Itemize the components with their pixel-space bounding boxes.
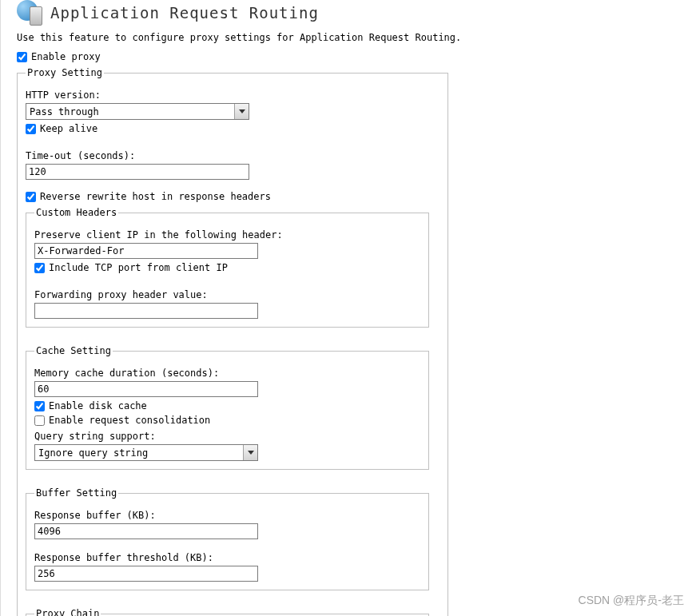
buffer-setting-legend: Buffer Setting — [34, 487, 118, 499]
http-version-select[interactable]: Pass through — [26, 103, 249, 120]
enable-disk-cache-checkbox[interactable]: Enable disk cache — [34, 400, 420, 411]
chevron-down-icon — [239, 109, 245, 113]
enable-proxy-input[interactable] — [17, 52, 27, 62]
http-version-value: Pass through — [26, 104, 234, 119]
proxy-setting-group: Proxy Setting HTTP version: Pass through… — [17, 67, 448, 616]
cache-setting-group: Cache Setting Memory cache duration (sec… — [26, 345, 429, 470]
query-string-label: Query string support: — [34, 431, 420, 442]
enable-proxy-label: Enable proxy — [31, 51, 101, 62]
include-tcp-label: Include TCP port from client IP — [49, 262, 228, 273]
keep-alive-input[interactable] — [26, 124, 36, 134]
keep-alive-checkbox[interactable]: Keep alive — [26, 123, 439, 134]
buffer-setting-group: Buffer Setting Response buffer (KB): Res… — [26, 487, 429, 590]
proxy-setting-legend: Proxy Setting — [26, 67, 104, 78]
response-buffer-input[interactable] — [34, 523, 258, 539]
preserve-client-ip-label: Preserve client IP in the following head… — [34, 229, 420, 240]
enable-disk-cache-input[interactable] — [34, 401, 45, 411]
enable-request-consolidation-input[interactable] — [34, 415, 45, 426]
enable-proxy-checkbox[interactable]: Enable proxy — [17, 51, 686, 62]
enable-request-consolidation-label: Enable request consolidation — [49, 415, 210, 426]
memory-cache-label: Memory cache duration (seconds): — [34, 368, 420, 379]
custom-headers-group: Custom Headers Preserve client IP in the… — [26, 207, 429, 328]
query-string-select[interactable]: Ignore query string — [34, 444, 258, 461]
forwarding-proxy-input[interactable] — [34, 303, 258, 319]
http-version-label: HTTP version: — [26, 89, 439, 101]
reverse-rewrite-label: Reverse rewrite host in response headers — [40, 191, 271, 202]
include-tcp-input[interactable] — [34, 263, 45, 273]
proxy-chain-legend: Proxy Chain — [34, 608, 101, 616]
page-title: Application Request Routing — [50, 4, 319, 22]
timeout-input[interactable] — [26, 164, 249, 180]
reverse-rewrite-checkbox[interactable]: Reverse rewrite host in response headers — [26, 191, 439, 202]
proxy-chain-group: Proxy Chain — [26, 608, 429, 616]
response-buffer-threshold-label: Response buffer threshold (KB): — [34, 552, 420, 563]
page-description: Use this feature to configure proxy sett… — [17, 32, 686, 43]
enable-disk-cache-label: Enable disk cache — [49, 400, 147, 411]
timeout-label: Time-out (seconds): — [26, 150, 439, 161]
include-tcp-checkbox[interactable]: Include TCP port from client IP — [34, 262, 420, 273]
cache-setting-legend: Cache Setting — [34, 345, 113, 356]
enable-request-consolidation-checkbox[interactable]: Enable request consolidation — [34, 415, 420, 426]
keep-alive-label: Keep alive — [40, 123, 97, 134]
forwarding-proxy-label: Forwarding proxy header value: — [34, 289, 420, 300]
preserve-client-ip-input[interactable] — [34, 243, 258, 259]
chevron-down-icon — [248, 451, 254, 455]
arr-icon — [17, 0, 42, 26]
custom-headers-legend: Custom Headers — [34, 207, 118, 218]
response-buffer-threshold-input[interactable] — [34, 566, 258, 582]
page-header: Application Request Routing — [17, 0, 686, 26]
reverse-rewrite-input[interactable] — [26, 192, 36, 202]
dropdown-button[interactable] — [243, 445, 257, 460]
dropdown-button[interactable] — [234, 104, 249, 119]
memory-cache-input[interactable] — [34, 381, 258, 397]
query-string-value: Ignore query string — [35, 445, 243, 460]
response-buffer-label: Response buffer (KB): — [34, 510, 420, 521]
